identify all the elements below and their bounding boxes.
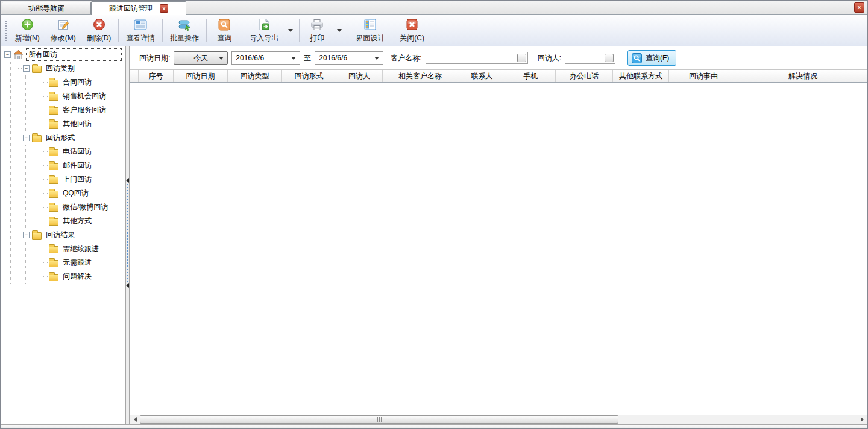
ui-design-button[interactable]: 界面设计 [350, 16, 390, 45]
window-bottom-edge [1, 424, 867, 428]
tree-item-sales-opportunity-visit[interactable]: 销售机会回访 [26, 89, 125, 103]
tree-item-wechat-weibo-visit[interactable]: 微信/微博回访 [26, 200, 125, 214]
delete-button[interactable]: 删除(D) [81, 16, 117, 45]
toolbar-separator [392, 19, 392, 42]
tree-branch: 电话回访 邮件回访 上门回访 QQ回访 [25, 145, 125, 228]
folder-icon [49, 274, 58, 281]
column-header-customer-name[interactable]: 相关客户名称 [383, 70, 458, 82]
edit-button[interactable]: 修改(M) [45, 16, 81, 45]
tree-item-email-visit[interactable]: 邮件回访 [26, 159, 125, 173]
splitter-collapse-strip[interactable] [126, 177, 129, 289]
tree-branch: 需继续跟进 无需跟进 问题解决 [25, 242, 125, 284]
toolbar-separator [206, 19, 207, 42]
column-header-contact[interactable]: 联系人 [458, 70, 506, 82]
collapse-icon[interactable]: − [23, 135, 30, 141]
column-header-visit-reason[interactable]: 回访事由 [669, 70, 738, 82]
tree-item-other-visit[interactable]: 其他回访 [26, 117, 125, 131]
customer-lookup-button[interactable]: … [517, 54, 526, 62]
scroll-left-button[interactable] [130, 415, 140, 424]
folder-icon [49, 218, 58, 226]
folder-icon [49, 121, 58, 129]
visit-date-label: 回访日期: [139, 53, 170, 63]
column-header-office-phone[interactable]: 办公电话 [556, 70, 613, 82]
collapse-icon[interactable]: − [4, 51, 11, 58]
tree-item-label: 问题解决 [61, 271, 93, 282]
delete-icon [92, 18, 105, 31]
scroll-right-button[interactable] [857, 415, 867, 424]
tree-item-no-followup[interactable]: 无需跟进 [26, 256, 125, 270]
tree-item-all-visits[interactable]: − 所有回访 [2, 48, 125, 62]
import-export-dropdown-arrow[interactable] [284, 16, 297, 45]
tree-item-qq-visit[interactable]: QQ回访 [26, 186, 125, 200]
print-dropdown-arrow[interactable] [333, 16, 346, 45]
horizontal-scrollbar[interactable] [130, 415, 867, 424]
tree-item-problem-solved[interactable]: 问题解决 [26, 270, 125, 284]
tree-item-other-method[interactable]: 其他方式 [26, 214, 125, 228]
toolbar-separator [299, 19, 300, 42]
batch-operation-button[interactable]: 批量操作 [165, 16, 204, 45]
search-submit-label: 查询(F) [646, 53, 669, 63]
table-body [130, 83, 867, 415]
date-to-combo[interactable]: 2016/6/6 [315, 51, 383, 65]
panel-splitter[interactable] [125, 46, 130, 424]
visitor-input[interactable] [565, 52, 605, 63]
tree-item-label: 邮件回访 [61, 160, 93, 171]
tree-item-label: 所有回访 [26, 48, 122, 61]
add-button[interactable]: 新增(N) [10, 16, 45, 45]
column-header-visit-method[interactable]: 回访形式 [282, 70, 336, 82]
column-header-mobile[interactable]: 手机 [506, 70, 556, 82]
edit-icon [57, 18, 70, 31]
collapse-icon[interactable]: − [23, 65, 30, 72]
date-preset-value: 今天 [193, 53, 208, 63]
tree-item-label: 销售机会回访 [61, 91, 108, 102]
tree-item-contract-visit[interactable]: 合同回访 [26, 75, 125, 89]
tree-item-label: 其他方式 [61, 215, 93, 227]
tab-followup-visit-management[interactable]: 跟进回访管理 x [91, 1, 186, 15]
customer-name-input[interactable] [426, 52, 517, 63]
view-detail-button[interactable]: 查看详情 [121, 16, 160, 45]
tree-item-phone-visit[interactable]: 电话回访 [26, 145, 125, 159]
column-header-seq[interactable]: 序号 [139, 70, 174, 82]
column-header-visit-date[interactable]: 回访日期 [174, 70, 228, 82]
visitor-lookup-button[interactable]: … [605, 54, 614, 62]
tree-item-need-followup[interactable]: 需继续跟进 [26, 242, 125, 256]
date-from-combo[interactable]: 2016/6/6 [231, 51, 300, 65]
collapse-icon[interactable]: − [23, 232, 30, 238]
scrollbar-track[interactable] [618, 415, 857, 424]
search-submit-button[interactable]: 查询(F) [627, 50, 676, 66]
date-to-value: 2016/6/6 [319, 54, 347, 62]
home-icon [13, 50, 24, 59]
collapse-left-icon [126, 283, 129, 288]
tree-item-visit-method[interactable]: − 回访形式 [11, 131, 125, 145]
column-header-visitor[interactable]: 回访人 [336, 70, 383, 82]
toolbar-separator [348, 19, 348, 42]
scrollbar-thumb[interactable] [140, 415, 618, 424]
column-header-solve-status[interactable]: 解决情况 [738, 70, 867, 82]
add-icon [20, 18, 34, 31]
toolbar-separator [118, 19, 119, 42]
chevron-down-icon [291, 57, 296, 60]
scroll-grip-icon [379, 417, 380, 422]
folder-icon [32, 232, 42, 240]
print-button[interactable]: 打印 [301, 16, 333, 45]
date-preset-combo[interactable]: 今天 [174, 51, 228, 65]
import-export-button[interactable]: 导入导出 [244, 16, 284, 45]
tab-function-navigation[interactable]: 功能导航窗 [2, 2, 91, 14]
tree-item-door-visit[interactable]: 上门回访 [26, 173, 125, 186]
splitter-dots [127, 184, 128, 282]
close-button[interactable]: 关闭(C) [394, 16, 430, 45]
folder-icon [49, 149, 58, 156]
tab-close-icon[interactable]: x [160, 4, 168, 13]
filter-bar: 回访日期: 今天 2016/6/6 至 2016/6/6 客户名称: … [130, 46, 867, 69]
content-area: − 所有回访 − 回访类别 合同回访 [1, 46, 867, 424]
chevron-down-icon [374, 57, 379, 60]
query-button[interactable]: 查询 [209, 16, 240, 45]
close-all-tabs-icon[interactable]: x [854, 2, 864, 13]
tree-item-customer-service-visit[interactable]: 客户服务回访 [26, 103, 125, 117]
column-header-other-contact[interactable]: 其他联系方式 [613, 70, 669, 82]
tree-item-visit-result[interactable]: − 回访结果 [11, 228, 125, 242]
tree-item-visit-category[interactable]: − 回访类别 [11, 62, 125, 75]
column-header-visit-type[interactable]: 回访类型 [228, 70, 282, 82]
toolbar-grip[interactable] [4, 20, 7, 41]
tree-item-label: 回访结果 [44, 229, 77, 241]
